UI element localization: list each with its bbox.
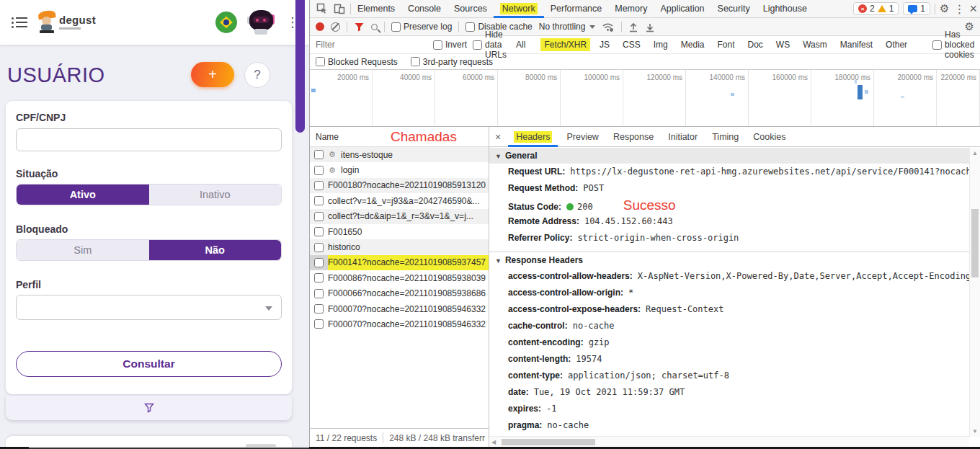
filter-type-img[interactable]: Img <box>650 38 672 51</box>
has-blocked-cookies-box[interactable] <box>932 40 942 50</box>
response-headers-section-header[interactable]: ▼Response Headers <box>489 252 969 268</box>
vertical-scrollbar[interactable]: ▲ ▼ <box>969 148 980 437</box>
general-section-header[interactable]: ▼General <box>489 148 969 164</box>
tab-timing[interactable]: Timing <box>706 127 744 147</box>
inspect-element-icon[interactable] <box>316 2 329 15</box>
device-toolbar-icon[interactable] <box>333 2 346 15</box>
hide-data-urls-checkbox[interactable]: Hide data URLs <box>473 30 507 60</box>
hide-data-urls-box[interactable] <box>473 40 482 50</box>
bloqueado-nao-option[interactable]: Não <box>149 240 282 260</box>
issues-badge[interactable]: × 2 1 <box>853 2 899 15</box>
tab-headers[interactable]: Headers <box>508 127 558 147</box>
filter-type-wasm[interactable]: Wasm <box>799 38 831 51</box>
filter-type-all[interactable]: All <box>512 38 529 51</box>
row-checkbox[interactable] <box>314 227 324 236</box>
tab-network[interactable]: Network <box>494 0 544 18</box>
row-checkbox[interactable] <box>314 243 324 252</box>
row-checkbox[interactable] <box>314 212 324 221</box>
perfil-select[interactable] <box>16 295 282 320</box>
filter-type-other[interactable]: Other <box>882 38 911 51</box>
situacao-inativo-option[interactable]: Inativo <box>149 185 282 205</box>
request-row[interactable]: historico <box>310 239 489 254</box>
filter-funnel-red-icon[interactable] <box>354 22 365 32</box>
row-checkbox[interactable] <box>314 304 324 314</box>
record-icon[interactable] <box>316 22 324 31</box>
degust-logo[interactable]: degust <box>37 11 96 34</box>
row-checkbox[interactable] <box>314 289 324 298</box>
third-party-requests-box[interactable] <box>411 57 420 66</box>
robot-avatar[interactable] <box>247 8 276 37</box>
settings-gear-icon[interactable]: ⚙ <box>940 2 949 15</box>
app-scrollbar-thumb[interactable] <box>295 0 305 133</box>
search-icon[interactable] <box>371 24 378 30</box>
scrollbar-thumb[interactable] <box>502 439 595 445</box>
row-checkbox[interactable] <box>314 166 324 175</box>
filter-type-fetch-xhr[interactable]: Fetch/XHR <box>540 38 590 51</box>
devtools-kebab-icon[interactable]: ⋮ <box>953 2 965 16</box>
request-row[interactable]: F000070?nocache=20211019085946332 <box>310 316 489 332</box>
filter-type-css[interactable]: CSS <box>619 38 644 51</box>
row-checkbox[interactable] <box>314 181 324 190</box>
filter-type-font[interactable]: Font <box>713 38 738 51</box>
preserve-log-box[interactable] <box>391 22 401 32</box>
filter-input[interactable] <box>316 40 427 50</box>
name-column-header[interactable]: Name <box>310 132 339 142</box>
row-checkbox[interactable] <box>314 319 324 329</box>
row-checkbox[interactable] <box>314 150 324 159</box>
bloqueado-sim-option[interactable]: Sim <box>17 240 149 260</box>
add-button[interactable]: + <box>191 62 234 87</box>
request-row[interactable]: ⚙ login <box>310 162 489 177</box>
horizontal-scrollbar[interactable]: ◀ <box>489 436 969 447</box>
tab-lighthouse[interactable]: Lighthouse <box>757 0 814 18</box>
blocked-requests-checkbox[interactable]: Blocked Requests <box>316 57 398 67</box>
tab-sources[interactable]: Sources <box>447 0 494 18</box>
network-conditions-icon[interactable] <box>602 21 615 32</box>
import-har-icon[interactable] <box>628 22 638 32</box>
export-har-icon[interactable] <box>645 22 655 32</box>
clear-icon[interactable] <box>331 22 340 32</box>
filter-funnel-icon[interactable] <box>143 402 155 414</box>
request-row[interactable]: collect?v=1&_v=j93&a=2042746590&... <box>310 193 489 208</box>
scrollbar-thumb[interactable] <box>971 209 979 277</box>
request-list-header[interactable]: Name Chamadas <box>310 127 489 147</box>
consultar-button[interactable]: Consultar <box>16 351 282 377</box>
request-row[interactable]: ⚙ itens-estoque <box>310 147 489 162</box>
row-checkbox[interactable] <box>314 273 324 283</box>
request-row[interactable]: collect?t=dc&aip=1&_r=3&v=1&_v=j... <box>310 209 489 224</box>
hamburger-menu-icon[interactable] <box>12 15 27 30</box>
filter-type-js[interactable]: JS <box>596 38 613 51</box>
tab-response[interactable]: Response <box>607 127 659 147</box>
row-checkbox[interactable] <box>314 258 324 267</box>
filter-type-ws[interactable]: WS <box>772 38 793 51</box>
request-row[interactable]: F000070?nocache=20211019085946332 <box>310 301 489 316</box>
tab-elements[interactable]: Elements <box>351 0 401 18</box>
messages-badge[interactable]: 1 <box>903 2 930 15</box>
help-button[interactable]: ? <box>244 62 270 88</box>
close-details-icon[interactable]: × <box>495 131 501 143</box>
brazil-flag-icon[interactable] <box>215 12 237 33</box>
request-row[interactable]: F000066?nocache=20211019085938686 <box>310 286 489 301</box>
tab-security[interactable]: Security <box>711 0 757 18</box>
tab-preview[interactable]: Preview <box>561 127 604 147</box>
tab-memory[interactable]: Memory <box>608 0 654 18</box>
scroll-down-icon[interactable]: ▼ <box>970 428 980 435</box>
scroll-left-icon[interactable]: ◀ <box>491 439 496 445</box>
has-blocked-cookies-checkbox[interactable]: Has blocked cookies <box>932 30 974 60</box>
preserve-log-checkbox[interactable]: Preserve log <box>391 22 452 32</box>
invert-checkbox[interactable]: Invert <box>433 40 467 50</box>
scroll-up-icon[interactable]: ▲ <box>970 150 980 156</box>
request-row[interactable]: F001650 <box>310 224 489 239</box>
devtools-close-icon[interactable]: × <box>969 1 977 17</box>
tab-console[interactable]: Console <box>401 0 447 18</box>
tab-application[interactable]: Application <box>654 0 710 18</box>
filter-type-doc[interactable]: Doc <box>744 38 766 51</box>
throttling-dropdown[interactable]: No throttling <box>539 22 596 32</box>
filter-type-manifest[interactable]: Manifest <box>837 38 876 51</box>
invert-box[interactable] <box>433 40 442 50</box>
tab-cookies[interactable]: Cookies <box>747 127 791 147</box>
situacao-ativo-option[interactable]: Ativo <box>17 185 149 205</box>
network-overview-timeline[interactable]: 20000 ms 40000 ms 60000 ms 80000 ms 1000… <box>310 70 980 127</box>
third-party-requests-checkbox[interactable]: 3rd-party requests <box>411 57 493 67</box>
tab-performance[interactable]: Performance <box>544 0 609 18</box>
row-checkbox[interactable] <box>314 196 324 205</box>
